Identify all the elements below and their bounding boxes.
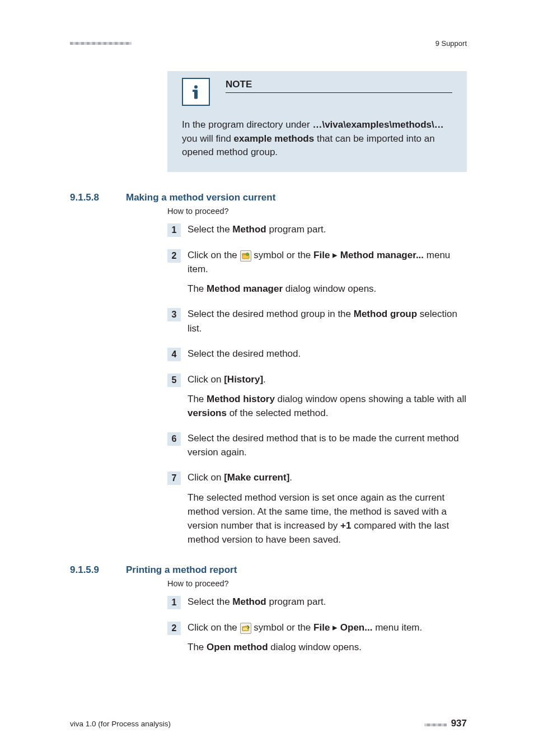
open-folder-icon xyxy=(240,623,251,634)
section-title: Making a method version current xyxy=(126,192,275,203)
step-text: Click on the xyxy=(188,250,240,260)
step-text: dialog window opens. xyxy=(283,283,376,294)
step-text: symbol or the xyxy=(251,622,314,633)
section-number: 9.1.5.9 xyxy=(70,564,126,576)
step-bold: Method history xyxy=(207,394,275,404)
svg-rect-4 xyxy=(242,254,245,255)
step-text: menu item. xyxy=(372,622,422,633)
step-bold: Method xyxy=(232,596,266,607)
info-icon xyxy=(182,78,210,106)
step-number: 1 xyxy=(167,223,181,237)
step-text: Select the xyxy=(188,596,232,607)
step-bold: Method xyxy=(232,224,266,235)
step-text: program part. xyxy=(266,596,326,607)
step-number: 3 xyxy=(167,308,181,321)
page-footer: viva 1.0 (for Process analysis) 937 xyxy=(70,718,467,729)
note-box: NOTE In the program directory under …\vi… xyxy=(167,71,467,172)
menu-file: File xyxy=(313,622,330,633)
step: 4 Select the desired method. xyxy=(167,347,467,361)
step-text: . xyxy=(289,472,292,483)
page-number: 937 xyxy=(451,718,467,729)
step-text: Select the desired method that is to be … xyxy=(188,433,459,458)
step-number: 5 xyxy=(167,374,181,387)
note-text: In the program directory under xyxy=(182,119,312,130)
steps-list: 1 Select the Method program part. 2 Clic… xyxy=(167,222,467,547)
step: 1 Select the Method program part. xyxy=(167,595,467,609)
chapter-label: 9 Support xyxy=(435,39,467,48)
step: 6 Select the desired method that is to b… xyxy=(167,431,467,459)
step-number: 6 xyxy=(167,432,181,446)
step-text: . xyxy=(263,374,266,385)
step-bold: [History] xyxy=(224,374,263,385)
section-heading: 9.1.5.9 Printing a method report xyxy=(70,564,467,576)
page-header: 9 Support xyxy=(70,39,467,48)
menu-file: File xyxy=(313,250,330,260)
step-bold: +1 xyxy=(340,520,351,531)
section-number: 9.1.5.8 xyxy=(70,192,126,203)
note-body: In the program directory under …\viva\ex… xyxy=(182,106,452,160)
step: 2 Click on the symbol or the File ▸ Meth… xyxy=(167,248,467,296)
howto-label: How to proceed? xyxy=(167,579,467,588)
step-number: 1 xyxy=(167,596,181,609)
step-text: The xyxy=(188,642,207,652)
step-text: Click on the xyxy=(188,622,240,633)
svg-point-5 xyxy=(246,253,249,255)
steps-list: 1 Select the Method program part. 2 Clic… xyxy=(167,595,467,654)
step-text: Click on xyxy=(188,374,224,385)
header-ornament xyxy=(70,42,132,45)
step-text: The xyxy=(188,394,207,404)
step-bold: [Make current] xyxy=(224,472,289,483)
step-number: 4 xyxy=(167,348,181,361)
step-bold: Method manager xyxy=(207,283,283,294)
page: 9 Support NOTE In the program directory … xyxy=(0,0,534,756)
method-manager-icon xyxy=(240,250,251,262)
svg-rect-2 xyxy=(193,90,195,92)
menu-arrow: ▸ xyxy=(330,250,340,260)
note-title: NOTE xyxy=(226,79,452,93)
section-heading: 9.1.5.8 Making a method version current xyxy=(70,192,467,203)
step-number: 7 xyxy=(167,472,181,485)
step-text: program part. xyxy=(266,224,326,235)
note-path: …\viva\examples\methods\… xyxy=(312,119,443,130)
step-text: Select the desired method. xyxy=(188,348,301,359)
step-bold: versions xyxy=(188,408,227,418)
step-text: Click on xyxy=(188,472,224,483)
step-bold: Open method xyxy=(207,642,268,652)
step-bold: Method group xyxy=(354,309,417,319)
step-text: of the selected method. xyxy=(227,408,328,418)
footer-version: viva 1.0 (for Process analysis) xyxy=(70,720,171,728)
step: 3 Select the desired method group in the… xyxy=(167,307,467,335)
step-number: 2 xyxy=(167,622,181,635)
howto-label: How to proceed? xyxy=(167,207,467,216)
step-text: Select the desired method group in the xyxy=(188,309,354,319)
step: 2 Click on the symbol or the File ▸ Open… xyxy=(167,620,467,654)
menu-open: Open... xyxy=(340,622,373,633)
step: 5 Click on [History]. The Method history… xyxy=(167,372,467,420)
svg-point-0 xyxy=(194,85,198,88)
footer-ornament xyxy=(424,720,447,728)
menu-arrow: ▸ xyxy=(330,622,340,633)
section-title: Printing a method report xyxy=(126,564,237,576)
step-text: symbol or the xyxy=(251,250,314,260)
step-text: dialog window opens. xyxy=(268,642,362,652)
menu-method-manager: Method manager... xyxy=(340,250,424,260)
note-text: you will find xyxy=(182,133,234,144)
step: 7 Click on [Make current]. The selected … xyxy=(167,470,467,547)
note-bold: example methods xyxy=(234,133,315,144)
step-text: The xyxy=(188,283,207,294)
step-number: 2 xyxy=(167,249,181,263)
step-text: Select the xyxy=(188,224,232,235)
step-text: dialog window opens showing a table with… xyxy=(275,394,466,404)
step: 1 Select the Method program part. xyxy=(167,222,467,237)
